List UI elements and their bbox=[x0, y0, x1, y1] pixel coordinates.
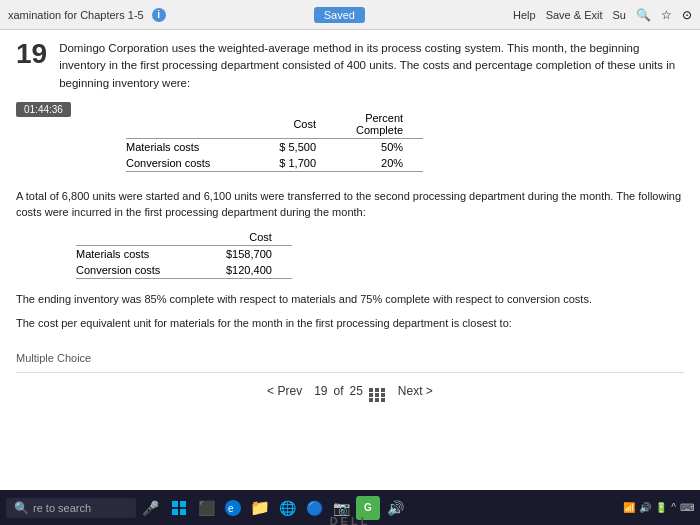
ending-text-2: The cost per equivalent unit for materia… bbox=[16, 315, 684, 332]
saved-button[interactable]: Saved bbox=[314, 7, 365, 23]
search-icon[interactable]: 🔍 bbox=[636, 8, 651, 22]
navigation-bar: < Prev 19 of 25 Next > bbox=[16, 372, 684, 410]
windows-icon[interactable] bbox=[167, 496, 191, 520]
table-header-cost: Cost bbox=[256, 110, 336, 139]
svg-rect-2 bbox=[172, 509, 178, 515]
search-text: re to search bbox=[33, 502, 91, 514]
timer-badge: 01:44:36 bbox=[16, 102, 71, 117]
top-bar-left: xamination for Chapters 1-5 i bbox=[8, 8, 166, 22]
taskbar: 🔍 re to search 🎤 ⬛ e 📁 🌐 🔵 📷 G 🔊 📶 🔊 🔋 ^… bbox=[0, 490, 700, 525]
question-header: 19 Domingo Corporation uses the weighted… bbox=[16, 40, 684, 92]
row-label-materials: Materials costs bbox=[126, 138, 256, 155]
microphone-icon[interactable]: 🎤 bbox=[142, 500, 159, 516]
table-header-empty bbox=[126, 110, 256, 139]
svg-rect-0 bbox=[172, 501, 178, 507]
top-bar: xamination for Chapters 1-5 i Saved Help… bbox=[0, 0, 700, 30]
current-page: 19 bbox=[314, 384, 327, 398]
question-text: Domingo Corporation uses the weighted-av… bbox=[59, 40, 684, 92]
table-row: Materials costs $158,700 bbox=[76, 245, 292, 262]
table-row: Conversion costs $ 1,700 20% bbox=[126, 155, 423, 172]
costs-table-header-cost: Cost bbox=[206, 229, 292, 246]
middle-text: A total of 6,800 units were started and … bbox=[16, 188, 684, 221]
costs-table: Cost Materials costs $158,700 Conversion… bbox=[76, 229, 292, 279]
chrome-icon[interactable]: 🌐 bbox=[275, 496, 299, 520]
cost-label-materials: Materials costs bbox=[76, 245, 206, 262]
taskbar-right: 📶 🔊 🔋 ^ ⌨ bbox=[623, 502, 694, 513]
top-bar-right: Help Save & Exit Su 🔍 ☆ ⊙ bbox=[513, 8, 692, 22]
cost-value-materials: $158,700 bbox=[206, 245, 292, 262]
exam-title: xamination for Chapters 1-5 bbox=[8, 9, 144, 21]
svg-rect-3 bbox=[180, 509, 186, 515]
cost-value-conversion: $120,400 bbox=[206, 262, 292, 279]
edge-icon[interactable]: e bbox=[221, 496, 245, 520]
keyboard-icon: ⌨ bbox=[680, 502, 694, 513]
row-label-conversion: Conversion costs bbox=[126, 155, 256, 172]
prev-button[interactable]: < Prev bbox=[267, 384, 302, 398]
search-icon: 🔍 bbox=[14, 501, 29, 515]
row-cost-conversion: $ 1,700 bbox=[256, 155, 336, 172]
browser-icon[interactable]: 🔵 bbox=[302, 496, 326, 520]
submit-link[interactable]: Su bbox=[613, 9, 626, 21]
answer-type-label: Multiple Choice bbox=[16, 352, 684, 364]
folder-icon[interactable]: 📁 bbox=[248, 496, 272, 520]
star-icon[interactable]: ☆ bbox=[661, 8, 672, 22]
battery-icon: 🔋 bbox=[655, 502, 667, 513]
main-content: 19 Domingo Corporation uses the weighted… bbox=[0, 30, 700, 490]
next-button[interactable]: Next > bbox=[398, 384, 433, 398]
row-cost-materials: $ 5,500 bbox=[256, 138, 336, 155]
save-exit-link[interactable]: Save & Exit bbox=[546, 9, 603, 21]
ending-text-1: The ending inventory was 85% complete wi… bbox=[16, 291, 684, 308]
task-view-icon[interactable]: ⬛ bbox=[194, 496, 218, 520]
help-link[interactable]: Help bbox=[513, 9, 536, 21]
info-icon: i bbox=[152, 8, 166, 22]
page-info: 19 of 25 bbox=[314, 381, 386, 402]
row-percent-conversion: 20% bbox=[336, 155, 423, 172]
close-icon[interactable]: ⊙ bbox=[682, 8, 692, 22]
table-header-percent: PercentComplete bbox=[336, 110, 423, 139]
brand-label: DELL bbox=[330, 515, 371, 525]
beginning-inventory-table: Cost PercentComplete Materials costs $ 5… bbox=[126, 110, 423, 172]
cost-label-conversion: Conversion costs bbox=[76, 262, 206, 279]
clock: ^ bbox=[671, 502, 676, 513]
table-row: Conversion costs $120,400 bbox=[76, 262, 292, 279]
saved-indicator: Saved bbox=[314, 7, 365, 23]
svg-rect-1 bbox=[180, 501, 186, 507]
grid-icon[interactable] bbox=[369, 381, 386, 402]
total-pages: 25 bbox=[350, 384, 363, 398]
search-box[interactable]: 🔍 re to search bbox=[6, 498, 136, 518]
question-number: 19 bbox=[16, 40, 47, 68]
app-icon-3[interactable]: 🔊 bbox=[383, 496, 407, 520]
taskbar-icons: ⬛ e 📁 🌐 🔵 📷 G 🔊 bbox=[167, 496, 407, 520]
row-percent-materials: 50% bbox=[336, 138, 423, 155]
table-row: Materials costs $ 5,500 50% bbox=[126, 138, 423, 155]
page-separator: of bbox=[333, 384, 343, 398]
wifi-icon: 📶 bbox=[623, 502, 635, 513]
svg-text:e: e bbox=[228, 503, 234, 514]
costs-table-header-empty bbox=[76, 229, 206, 246]
volume-icon: 🔊 bbox=[639, 502, 651, 513]
